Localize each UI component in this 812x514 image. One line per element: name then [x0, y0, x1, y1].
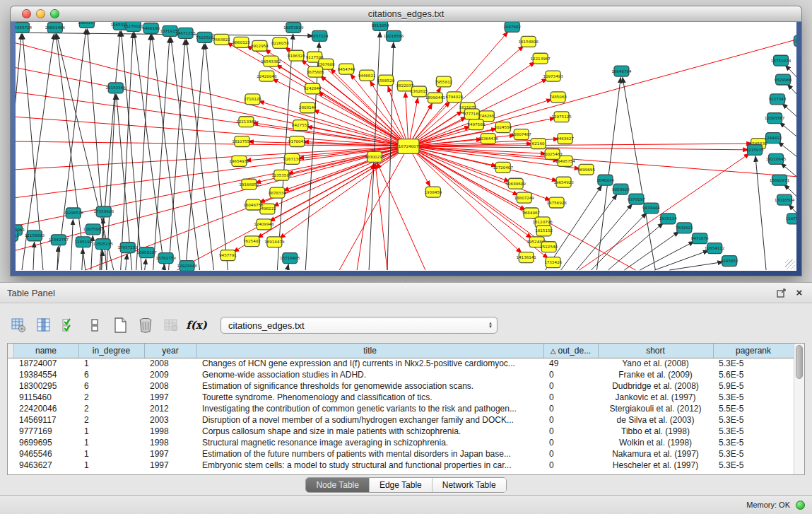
table-row[interactable]: 946362711997Embryonic stem cells: a mode…	[8, 460, 794, 471]
graph-node[interactable]: 15276021	[124, 22, 144, 31]
table-row[interactable]: 969969511998Structural magnetic resonanc…	[8, 437, 794, 448]
table-row[interactable]: 977716911998Corpus callosum shape and si…	[8, 426, 794, 437]
graph-node[interactable]: 9474444	[642, 203, 660, 214]
graph-node[interactable]: 2935114	[659, 214, 677, 224]
graph-node[interactable]: 9498222	[259, 204, 276, 214]
memory-status-indicator[interactable]	[796, 501, 805, 510]
window-titlebar[interactable]: citations_edges.txt	[11, 6, 801, 22]
tab-network-table[interactable]: Network Table	[433, 478, 506, 492]
graph-node[interactable]: 9777169	[463, 109, 481, 119]
table-row[interactable]: 911546021997Tourette syndrome. Phenomeno…	[8, 392, 794, 403]
graph-node[interactable]: 8912954	[251, 40, 269, 51]
graph-node[interactable]: 10654112	[705, 243, 724, 254]
graph-node[interactable]: 8226058	[271, 37, 289, 48]
select-columns-button[interactable]	[58, 314, 81, 337]
graph-node[interactable]: 18300295	[365, 151, 385, 162]
graph-node[interactable]: 9699695	[577, 164, 595, 175]
graph-node[interactable]: 22420046	[257, 71, 277, 81]
delete-column-button[interactable]	[134, 314, 157, 337]
graph-node[interactable]: 9242844	[304, 83, 322, 94]
graph-node[interactable]: 10973493	[543, 71, 563, 81]
column-header-short[interactable]: short	[598, 344, 713, 358]
graph-node[interactable]: 12342757	[49, 235, 69, 245]
graph-node[interactable]: 14136141	[517, 252, 537, 263]
graph-node[interactable]: 19166852	[239, 179, 259, 189]
graph-node[interactable]: 18724007	[398, 139, 419, 154]
graph-node[interactable]: 8958923	[612, 184, 630, 194]
table-row[interactable]: 946554611997Estimation of the future num…	[8, 448, 794, 460]
column-visibility-button[interactable]	[33, 314, 55, 337]
create-column-button[interactable]	[109, 314, 131, 337]
graph-node[interactable]: 6497568	[467, 119, 485, 130]
graph-node[interactable]: 18756928	[546, 197, 567, 208]
graph-node[interactable]: 19218586	[384, 30, 404, 41]
table-selector-dropdown[interactable]: citations_edges.txt ▲▼	[220, 317, 498, 334]
graph-node[interactable]: 1640934	[596, 175, 614, 185]
graph-node[interactable]: 12720407	[493, 162, 514, 173]
graph-node[interactable]: 20206576	[64, 208, 84, 218]
column-header-in-degree[interactable]: in_degree	[78, 344, 144, 358]
graph-node[interactable]: 7632621	[676, 223, 693, 233]
graph-node[interactable]: 8878334	[269, 187, 286, 198]
graph-node[interactable]: 7857224	[311, 30, 329, 41]
resize-grip[interactable]	[785, 259, 795, 269]
graph-node[interactable]: 3675685	[307, 66, 324, 77]
table-row[interactable]: 2242004622012Investigating the contribut…	[8, 403, 794, 414]
graph-node[interactable]: 20691406	[45, 22, 66, 33]
graph-node[interactable]: 8427552	[292, 120, 310, 131]
graph-node[interactable]: 18807249	[514, 192, 535, 203]
graph-node[interactable]: 7625402	[243, 236, 261, 247]
graph-node[interactable]: 1167533	[786, 214, 796, 224]
row-selection-button[interactable]	[83, 314, 106, 337]
graph-node[interactable]: 16210645	[766, 153, 787, 164]
graph-node[interactable]: 3024554	[494, 122, 512, 133]
graph-node[interactable]: 1145194	[74, 237, 92, 247]
graph-node[interactable]: 8454749	[338, 64, 355, 74]
delete-table-button[interactable]	[160, 314, 182, 337]
graph-node[interactable]: 9457791	[219, 250, 237, 261]
graph-node[interactable]: 8471676	[691, 233, 709, 244]
graph-node[interactable]: 9227343	[769, 94, 787, 105]
graph-node[interactable]: 11156893	[25, 230, 45, 241]
graph-node[interactable]: 18990441	[425, 93, 446, 103]
graph-node[interactable]: 8186328	[288, 50, 305, 61]
graph-node[interactable]: 8267130	[283, 153, 301, 164]
graph-node[interactable]: 7955812	[435, 76, 452, 87]
graph-node[interactable]: 19654932	[229, 156, 249, 166]
graph-node[interactable]: 16154808	[519, 36, 539, 47]
tab-node-table[interactable]: Node Table	[306, 478, 370, 492]
graph-node[interactable]: 16914479	[264, 237, 285, 247]
network-canvas[interactable]: 1872400718300295766382298601238912954822…	[16, 22, 796, 271]
graph-node[interactable]: 12213967	[530, 53, 551, 64]
graph-node[interactable]: 19654923	[553, 177, 574, 187]
graph-node[interactable]: 1615152	[535, 226, 553, 236]
graph-node[interactable]: 10719155	[160, 25, 180, 36]
column-header-pagerank[interactable]: pagerank	[713, 344, 794, 358]
graph-node[interactable]: 12093387	[765, 113, 785, 124]
graph-node[interactable]: 1733426	[544, 257, 562, 268]
graph-node[interactable]: 10025463	[542, 148, 563, 159]
table-row[interactable]: 1938455462009Genome-wide association stu…	[8, 369, 794, 380]
graph-node[interactable]: 2087682	[503, 22, 521, 32]
graph-node[interactable]: 14671355	[175, 28, 196, 38]
graph-node[interactable]: 9329966	[775, 74, 792, 85]
graph-node[interactable]: 9446821	[358, 70, 376, 81]
float-panel-icon[interactable]	[775, 287, 787, 298]
graph-node[interactable]: 20153346	[106, 83, 126, 93]
graph-node[interactable]: 18107554	[232, 136, 252, 147]
graph-node[interactable]: 6466160	[142, 23, 160, 33]
graph-node[interactable]: 12975125	[551, 112, 572, 122]
table-mode-button[interactable]	[7, 314, 30, 337]
graph-node[interactable]: 15716485	[280, 253, 300, 264]
graph-node[interactable]: 6379197	[628, 194, 645, 204]
graph-node[interactable]: 1112756	[793, 35, 796, 46]
graph-node[interactable]: 9860123	[233, 37, 250, 47]
table-row[interactable]: 1830029562008Estimation of significance …	[8, 380, 794, 392]
graph-node[interactable]: 9463627	[556, 134, 574, 144]
graph-node[interactable]: 2718126	[244, 94, 261, 105]
close-panel-icon[interactable]: ×	[794, 287, 805, 298]
graph-node[interactable]: 16782759	[155, 253, 176, 264]
table-row[interactable]: 1456911722003Disruption of a novel membe…	[8, 414, 794, 426]
column-header-name[interactable]: name	[13, 344, 78, 358]
graph-node[interactable]: 16648784	[611, 66, 632, 76]
